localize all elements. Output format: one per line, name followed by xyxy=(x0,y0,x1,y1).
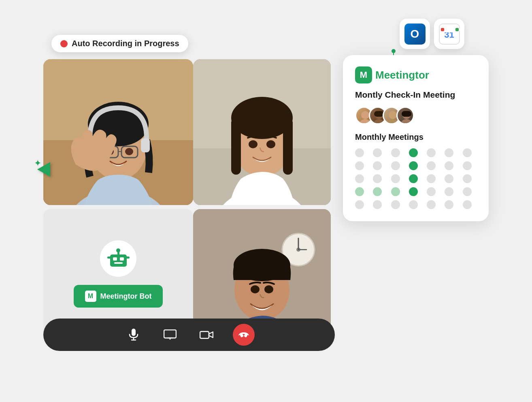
end-call-icon xyxy=(238,331,250,339)
avatar-4 xyxy=(396,107,414,124)
dot xyxy=(409,200,418,209)
connector-dot-top xyxy=(392,49,396,53)
video-participant-1 xyxy=(43,59,193,205)
svg-point-12 xyxy=(125,148,133,155)
dot xyxy=(445,148,453,157)
dot xyxy=(445,200,453,209)
dot xyxy=(355,174,364,183)
person-bg-1 xyxy=(43,59,193,205)
meetingtor-logo: M Meetingtor xyxy=(355,66,477,83)
mic-button[interactable] xyxy=(123,325,144,345)
dot xyxy=(409,174,418,183)
svg-point-54 xyxy=(361,111,369,119)
control-bar xyxy=(43,319,335,351)
dot xyxy=(355,161,364,170)
screen-share-button[interactable] xyxy=(160,325,180,345)
recording-text: Auto Recording in Progress xyxy=(72,39,179,48)
svg-rect-29 xyxy=(120,257,124,261)
dot xyxy=(391,187,400,196)
svg-point-60 xyxy=(387,119,398,124)
svg-rect-22 xyxy=(283,118,293,175)
svg-point-44 xyxy=(264,285,273,293)
svg-rect-28 xyxy=(113,257,117,261)
dot xyxy=(391,148,400,157)
monthly-meetings-dot-grid xyxy=(355,148,477,209)
meetingtor-bot-button[interactable]: M Meetingtor Bot xyxy=(74,285,163,308)
avatar-group xyxy=(355,107,477,124)
dot xyxy=(373,148,382,157)
dot xyxy=(427,148,436,157)
integration-icons: O 31 xyxy=(400,19,464,49)
dot xyxy=(463,174,472,183)
dot xyxy=(409,187,418,196)
dot xyxy=(355,148,364,157)
svg-rect-14 xyxy=(141,138,150,152)
dot xyxy=(373,161,382,170)
dot xyxy=(409,161,418,170)
dot xyxy=(427,161,436,170)
outlook-icon: O xyxy=(404,24,426,45)
dot xyxy=(445,161,453,170)
bot-m-logo: M xyxy=(85,291,96,302)
svg-rect-63 xyxy=(402,111,411,117)
svg-rect-30 xyxy=(114,262,123,264)
bot-button-label: Meetingtor Bot xyxy=(100,292,152,301)
dot xyxy=(373,200,382,209)
cursor-pointer: ✦ xyxy=(37,162,50,177)
screen-share-icon xyxy=(164,329,177,340)
svg-rect-2 xyxy=(455,28,459,31)
video-grid: Auto Recording in Progress xyxy=(43,35,335,351)
svg-point-55 xyxy=(360,119,371,124)
meetingtor-card: M Meetingtor Montly Check-In Meeting Mon… xyxy=(343,55,489,221)
dot xyxy=(463,187,472,196)
outlook-icon-box: O xyxy=(400,19,430,49)
dot xyxy=(427,187,436,196)
dot xyxy=(409,148,418,157)
dot xyxy=(373,174,382,183)
dot xyxy=(391,200,400,209)
svg-point-23 xyxy=(249,140,257,148)
svg-point-24 xyxy=(266,140,275,148)
svg-point-62 xyxy=(401,119,412,124)
main-container: O 31 Auto Recordin xyxy=(43,19,489,383)
svg-rect-48 xyxy=(164,330,176,338)
dot xyxy=(445,187,453,196)
svg-point-57 xyxy=(373,119,385,124)
camera-button[interactable] xyxy=(196,325,217,345)
dot xyxy=(463,161,472,170)
meetingtor-logo-box: M xyxy=(355,66,372,83)
end-call-button[interactable] xyxy=(233,324,255,346)
svg-point-32 xyxy=(116,248,120,252)
gcal-icon-box: 31 xyxy=(434,19,464,49)
bot-icon-circle xyxy=(100,240,136,277)
dot xyxy=(391,174,400,183)
recording-badge: Auto Recording in Progress xyxy=(51,35,188,52)
svg-rect-51 xyxy=(200,331,209,338)
svg-point-59 xyxy=(389,111,397,119)
dot xyxy=(427,200,436,209)
gcal-top-bar xyxy=(440,24,459,30)
monthly-meetings-title: Monthly Meetings xyxy=(355,133,477,142)
dot xyxy=(391,161,400,170)
svg-rect-1 xyxy=(441,28,444,31)
recording-dot xyxy=(60,40,68,47)
svg-point-43 xyxy=(251,285,260,293)
bot-robot-icon xyxy=(107,248,130,270)
cursor-arrow xyxy=(37,162,50,177)
svg-rect-27 xyxy=(111,255,126,266)
meetingtor-brand-name: Meetingtor xyxy=(375,69,429,81)
svg-rect-34 xyxy=(126,257,130,259)
meeting-title: Montly Check-In Meeting xyxy=(355,89,477,100)
camera-icon xyxy=(200,330,213,340)
dot xyxy=(427,174,436,183)
svg-rect-33 xyxy=(107,257,111,259)
dot xyxy=(355,187,364,196)
gcal-icon: 31 xyxy=(439,24,460,45)
dot xyxy=(463,200,472,209)
person-bg-2 xyxy=(193,59,331,205)
svg-rect-21 xyxy=(231,118,241,175)
video-participant-2 xyxy=(193,59,331,205)
dot xyxy=(373,187,382,196)
dot xyxy=(445,174,453,183)
dot xyxy=(355,200,364,209)
